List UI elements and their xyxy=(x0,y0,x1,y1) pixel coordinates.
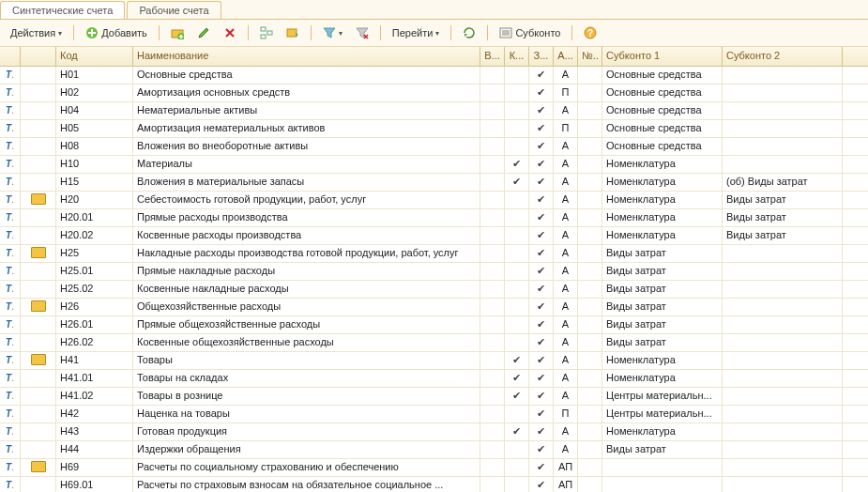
row-folder-icon xyxy=(21,370,56,387)
go-button[interactable]: Перейти ▾ xyxy=(388,25,445,40)
row-name: Товары в рознице xyxy=(133,388,480,405)
clear-filter-button[interactable] xyxy=(351,24,373,41)
add-folder-button[interactable] xyxy=(166,24,189,41)
table-row[interactable]: T.Н02Амортизация основных средств✔ПОснов… xyxy=(0,85,868,102)
row-folder-icon xyxy=(21,388,56,405)
row-v xyxy=(480,370,505,387)
table-row[interactable]: T.Н01Основные средства✔АОсновные средств… xyxy=(0,67,868,85)
col-code[interactable]: Код xyxy=(56,47,133,66)
row-name: Косвенные расходы производства xyxy=(133,227,480,244)
row-s1: Основные средства xyxy=(602,102,723,119)
col-s2[interactable]: Субконто 2 xyxy=(723,47,843,66)
list-icon xyxy=(499,26,512,39)
actions-menu[interactable]: Действия ▾ xyxy=(6,25,67,40)
col-k[interactable]: К... xyxy=(505,47,529,66)
row-folder-icon xyxy=(21,156,56,173)
row-type-icon: T. xyxy=(0,120,21,137)
row-name: Издержки обращения xyxy=(133,441,480,458)
table-row[interactable]: T.Н41.02Товары в рознице✔✔АЦентры матери… xyxy=(0,388,868,406)
row-k xyxy=(505,120,529,137)
row-s1: Номенклатура xyxy=(602,227,723,244)
row-s2 xyxy=(723,388,843,405)
table-row[interactable]: T.Н15Вложения в материальные запасы✔✔АНо… xyxy=(0,174,868,192)
row-code: Н69.01 xyxy=(56,477,133,492)
col-n[interactable]: №.. xyxy=(578,47,602,66)
table-row[interactable]: T.Н42Наценка на товары✔ПЦентры материаль… xyxy=(0,406,868,423)
table-row[interactable]: T.Н41.01Товары на складах✔✔АНоменклатура xyxy=(0,370,868,388)
refresh-button[interactable] xyxy=(458,24,480,41)
table-row[interactable]: T.Н26.01Прямые общехозяйственные расходы… xyxy=(0,316,868,334)
filter-button[interactable]: ▾ xyxy=(318,24,347,41)
tab-synthetic[interactable]: Синтетические счета xyxy=(0,1,125,19)
help-button[interactable]: ? xyxy=(579,24,602,41)
table-row[interactable]: T.Н25.02Косвенные накладные расходы✔АВид… xyxy=(0,281,868,299)
row-z: ✔ xyxy=(529,227,554,244)
row-a: П xyxy=(554,120,578,137)
dropdown-caret-icon: ▾ xyxy=(435,29,439,38)
subkonto-button[interactable]: Субконто xyxy=(495,24,565,41)
toolbar-separator xyxy=(73,25,74,40)
row-name: Прямые расходы производства xyxy=(133,209,480,226)
row-s1: Номенклатура xyxy=(602,174,723,191)
table-row[interactable]: T.Н20Себестоимость готовой продукции, ра… xyxy=(0,192,868,209)
table-row[interactable]: T.Н20.02Косвенные расходы производства✔А… xyxy=(0,227,868,245)
row-n xyxy=(578,209,602,226)
delete-button[interactable] xyxy=(219,24,241,41)
row-k xyxy=(505,227,529,244)
row-type-icon: T. xyxy=(0,406,21,423)
table-row[interactable]: T.Н25.01Прямые накладные расходы✔АВиды з… xyxy=(0,263,868,281)
move-button[interactable] xyxy=(282,24,304,41)
table-row[interactable]: T.Н69.01Расчеты по страховым взносам на … xyxy=(0,477,868,492)
col-folder[interactable] xyxy=(21,47,56,66)
row-s1: Виды затрат xyxy=(602,334,723,351)
edit-button[interactable] xyxy=(192,24,215,41)
table-row[interactable]: T.Н43Готовая продукция✔✔АНоменклатура xyxy=(0,423,868,441)
grid-header: Код Наименование В... К... З... А... №..… xyxy=(0,47,868,67)
row-a: П xyxy=(554,85,578,101)
table-row[interactable]: T.Н10Материалы✔✔АНоменклатура xyxy=(0,156,868,174)
col-type[interactable] xyxy=(0,47,21,66)
toolbar-separator xyxy=(450,25,451,40)
row-a: А xyxy=(554,299,578,315)
row-a: А xyxy=(554,352,578,369)
col-a[interactable]: А... xyxy=(554,47,578,66)
row-n xyxy=(578,67,602,84)
col-s1[interactable]: Субконто 1 xyxy=(602,47,723,66)
tree-icon xyxy=(260,26,273,39)
row-a: А xyxy=(554,316,578,333)
grid-body[interactable]: T.Н01Основные средства✔АОсновные средств… xyxy=(0,67,868,492)
table-row[interactable]: T.Н26.02Косвенные общехозяйственные расх… xyxy=(0,334,868,352)
col-name[interactable]: Наименование xyxy=(133,47,480,66)
row-v xyxy=(480,67,505,84)
row-s2: Виды затрат xyxy=(723,192,843,208)
pencil-icon xyxy=(197,26,210,39)
table-row[interactable]: T.Н44Издержки обращения✔АВиды затрат xyxy=(0,441,868,459)
col-z[interactable]: З... xyxy=(529,47,554,66)
table-row[interactable]: T.Н20.01Прямые расходы производства✔АНом… xyxy=(0,209,868,227)
hierarchy-button[interactable] xyxy=(255,24,278,41)
add-button[interactable]: Добавить xyxy=(81,24,152,41)
tab-working[interactable]: Рабочие счета xyxy=(127,1,221,19)
row-v xyxy=(480,459,505,476)
table-row[interactable]: T.Н41Товары✔✔АНоменклатура xyxy=(0,352,868,370)
row-v xyxy=(480,174,505,191)
row-z: ✔ xyxy=(529,263,554,280)
row-z: ✔ xyxy=(529,477,554,492)
row-type-icon: T. xyxy=(0,245,21,262)
table-row[interactable]: T.Н05Амортизация нематериальных активов✔… xyxy=(0,120,868,138)
table-row[interactable]: T.Н04Нематериальные активы✔АОсновные сре… xyxy=(0,102,868,120)
row-a: А xyxy=(554,227,578,244)
dropdown-caret-icon: ▾ xyxy=(339,29,343,38)
table-row[interactable]: T.Н08Вложения во внеоборотные активы✔АОс… xyxy=(0,138,868,156)
row-n xyxy=(578,263,602,280)
row-s1: Основные средства xyxy=(602,120,723,137)
row-code: Н10 xyxy=(56,156,133,173)
row-type-icon: T. xyxy=(0,67,21,84)
table-row[interactable]: T.Н26Общехозяйственные расходы✔АВиды зат… xyxy=(0,299,868,316)
row-n xyxy=(578,245,602,262)
col-v[interactable]: В... xyxy=(480,47,505,66)
row-v xyxy=(480,281,505,298)
table-row[interactable]: T.Н69Расчеты по социальному страхованию … xyxy=(0,459,868,477)
table-row[interactable]: T.Н25Накладные расходы производства гото… xyxy=(0,245,868,263)
row-s1: Виды затрат xyxy=(602,281,723,298)
